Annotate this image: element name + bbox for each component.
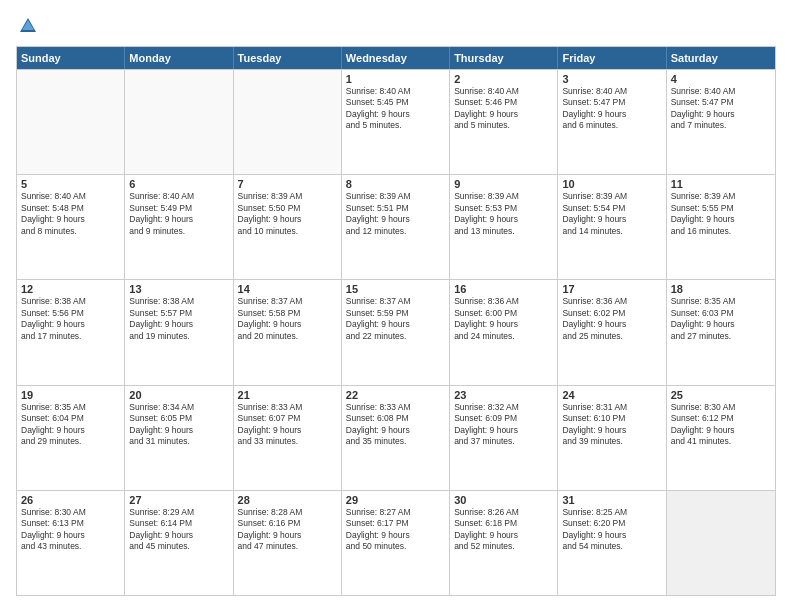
calendar-cell: 12Sunrise: 8:38 AM Sunset: 5:56 PM Dayli… (17, 280, 125, 384)
day-number: 6 (129, 178, 228, 190)
calendar-body: 1Sunrise: 8:40 AM Sunset: 5:45 PM Daylig… (17, 69, 775, 595)
day-number: 2 (454, 73, 553, 85)
header-day-friday: Friday (558, 47, 666, 69)
day-number: 5 (21, 178, 120, 190)
header-day-saturday: Saturday (667, 47, 775, 69)
calendar-cell: 11Sunrise: 8:39 AM Sunset: 5:55 PM Dayli… (667, 175, 775, 279)
cell-info: Sunrise: 8:33 AM Sunset: 6:07 PM Dayligh… (238, 402, 337, 448)
day-number: 23 (454, 389, 553, 401)
day-number: 15 (346, 283, 445, 295)
calendar-cell: 13Sunrise: 8:38 AM Sunset: 5:57 PM Dayli… (125, 280, 233, 384)
day-number: 4 (671, 73, 771, 85)
calendar-cell: 1Sunrise: 8:40 AM Sunset: 5:45 PM Daylig… (342, 70, 450, 174)
calendar-cell: 10Sunrise: 8:39 AM Sunset: 5:54 PM Dayli… (558, 175, 666, 279)
cell-info: Sunrise: 8:39 AM Sunset: 5:53 PM Dayligh… (454, 191, 553, 237)
calendar-cell: 27Sunrise: 8:29 AM Sunset: 6:14 PM Dayli… (125, 491, 233, 595)
cell-info: Sunrise: 8:39 AM Sunset: 5:54 PM Dayligh… (562, 191, 661, 237)
cell-info: Sunrise: 8:37 AM Sunset: 5:58 PM Dayligh… (238, 296, 337, 342)
svg-marker-1 (22, 20, 34, 30)
cell-info: Sunrise: 8:40 AM Sunset: 5:47 PM Dayligh… (562, 86, 661, 132)
cell-info: Sunrise: 8:39 AM Sunset: 5:51 PM Dayligh… (346, 191, 445, 237)
day-number: 8 (346, 178, 445, 190)
calendar-row-3: 19Sunrise: 8:35 AM Sunset: 6:04 PM Dayli… (17, 385, 775, 490)
logo (16, 16, 38, 36)
day-number: 19 (21, 389, 120, 401)
calendar-cell: 20Sunrise: 8:34 AM Sunset: 6:05 PM Dayli… (125, 386, 233, 490)
calendar-row-0: 1Sunrise: 8:40 AM Sunset: 5:45 PM Daylig… (17, 69, 775, 174)
header-day-thursday: Thursday (450, 47, 558, 69)
day-number: 30 (454, 494, 553, 506)
day-number: 13 (129, 283, 228, 295)
cell-info: Sunrise: 8:40 AM Sunset: 5:45 PM Dayligh… (346, 86, 445, 132)
cell-info: Sunrise: 8:38 AM Sunset: 5:57 PM Dayligh… (129, 296, 228, 342)
calendar-cell: 2Sunrise: 8:40 AM Sunset: 5:46 PM Daylig… (450, 70, 558, 174)
calendar-cell: 8Sunrise: 8:39 AM Sunset: 5:51 PM Daylig… (342, 175, 450, 279)
day-number: 10 (562, 178, 661, 190)
cell-info: Sunrise: 8:30 AM Sunset: 6:13 PM Dayligh… (21, 507, 120, 553)
calendar-cell (234, 70, 342, 174)
cell-info: Sunrise: 8:30 AM Sunset: 6:12 PM Dayligh… (671, 402, 771, 448)
day-number: 16 (454, 283, 553, 295)
day-number: 11 (671, 178, 771, 190)
cell-info: Sunrise: 8:32 AM Sunset: 6:09 PM Dayligh… (454, 402, 553, 448)
header-day-tuesday: Tuesday (234, 47, 342, 69)
day-number: 18 (671, 283, 771, 295)
day-number: 28 (238, 494, 337, 506)
cell-info: Sunrise: 8:35 AM Sunset: 6:04 PM Dayligh… (21, 402, 120, 448)
logo-icon (18, 16, 38, 36)
calendar-cell: 6Sunrise: 8:40 AM Sunset: 5:49 PM Daylig… (125, 175, 233, 279)
cell-info: Sunrise: 8:40 AM Sunset: 5:46 PM Dayligh… (454, 86, 553, 132)
cell-info: Sunrise: 8:39 AM Sunset: 5:55 PM Dayligh… (671, 191, 771, 237)
cell-info: Sunrise: 8:34 AM Sunset: 6:05 PM Dayligh… (129, 402, 228, 448)
page: SundayMondayTuesdayWednesdayThursdayFrid… (0, 0, 792, 612)
day-number: 7 (238, 178, 337, 190)
calendar-cell: 19Sunrise: 8:35 AM Sunset: 6:04 PM Dayli… (17, 386, 125, 490)
calendar-cell: 28Sunrise: 8:28 AM Sunset: 6:16 PM Dayli… (234, 491, 342, 595)
calendar-cell: 3Sunrise: 8:40 AM Sunset: 5:47 PM Daylig… (558, 70, 666, 174)
day-number: 12 (21, 283, 120, 295)
header-day-sunday: Sunday (17, 47, 125, 69)
cell-info: Sunrise: 8:36 AM Sunset: 6:02 PM Dayligh… (562, 296, 661, 342)
calendar-cell: 22Sunrise: 8:33 AM Sunset: 6:08 PM Dayli… (342, 386, 450, 490)
calendar-cell: 9Sunrise: 8:39 AM Sunset: 5:53 PM Daylig… (450, 175, 558, 279)
calendar-cell: 5Sunrise: 8:40 AM Sunset: 5:48 PM Daylig… (17, 175, 125, 279)
day-number: 24 (562, 389, 661, 401)
day-number: 20 (129, 389, 228, 401)
cell-info: Sunrise: 8:28 AM Sunset: 6:16 PM Dayligh… (238, 507, 337, 553)
cell-info: Sunrise: 8:36 AM Sunset: 6:00 PM Dayligh… (454, 296, 553, 342)
calendar-cell (125, 70, 233, 174)
calendar-header: SundayMondayTuesdayWednesdayThursdayFrid… (17, 47, 775, 69)
cell-info: Sunrise: 8:26 AM Sunset: 6:18 PM Dayligh… (454, 507, 553, 553)
day-number: 29 (346, 494, 445, 506)
calendar: SundayMondayTuesdayWednesdayThursdayFrid… (16, 46, 776, 596)
day-number: 9 (454, 178, 553, 190)
calendar-cell (17, 70, 125, 174)
day-number: 31 (562, 494, 661, 506)
calendar-cell: 18Sunrise: 8:35 AM Sunset: 6:03 PM Dayli… (667, 280, 775, 384)
calendar-cell: 4Sunrise: 8:40 AM Sunset: 5:47 PM Daylig… (667, 70, 775, 174)
calendar-cell: 17Sunrise: 8:36 AM Sunset: 6:02 PM Dayli… (558, 280, 666, 384)
cell-info: Sunrise: 8:40 AM Sunset: 5:49 PM Dayligh… (129, 191, 228, 237)
day-number: 27 (129, 494, 228, 506)
header-day-monday: Monday (125, 47, 233, 69)
calendar-cell: 21Sunrise: 8:33 AM Sunset: 6:07 PM Dayli… (234, 386, 342, 490)
calendar-cell: 15Sunrise: 8:37 AM Sunset: 5:59 PM Dayli… (342, 280, 450, 384)
cell-info: Sunrise: 8:37 AM Sunset: 5:59 PM Dayligh… (346, 296, 445, 342)
cell-info: Sunrise: 8:29 AM Sunset: 6:14 PM Dayligh… (129, 507, 228, 553)
header (16, 16, 776, 36)
day-number: 25 (671, 389, 771, 401)
cell-info: Sunrise: 8:40 AM Sunset: 5:47 PM Dayligh… (671, 86, 771, 132)
day-number: 22 (346, 389, 445, 401)
header-day-wednesday: Wednesday (342, 47, 450, 69)
cell-info: Sunrise: 8:25 AM Sunset: 6:20 PM Dayligh… (562, 507, 661, 553)
calendar-cell: 31Sunrise: 8:25 AM Sunset: 6:20 PM Dayli… (558, 491, 666, 595)
calendar-cell: 25Sunrise: 8:30 AM Sunset: 6:12 PM Dayli… (667, 386, 775, 490)
calendar-cell: 29Sunrise: 8:27 AM Sunset: 6:17 PM Dayli… (342, 491, 450, 595)
calendar-row-1: 5Sunrise: 8:40 AM Sunset: 5:48 PM Daylig… (17, 174, 775, 279)
cell-info: Sunrise: 8:27 AM Sunset: 6:17 PM Dayligh… (346, 507, 445, 553)
cell-info: Sunrise: 8:38 AM Sunset: 5:56 PM Dayligh… (21, 296, 120, 342)
cell-info: Sunrise: 8:35 AM Sunset: 6:03 PM Dayligh… (671, 296, 771, 342)
day-number: 14 (238, 283, 337, 295)
day-number: 21 (238, 389, 337, 401)
calendar-row-2: 12Sunrise: 8:38 AM Sunset: 5:56 PM Dayli… (17, 279, 775, 384)
